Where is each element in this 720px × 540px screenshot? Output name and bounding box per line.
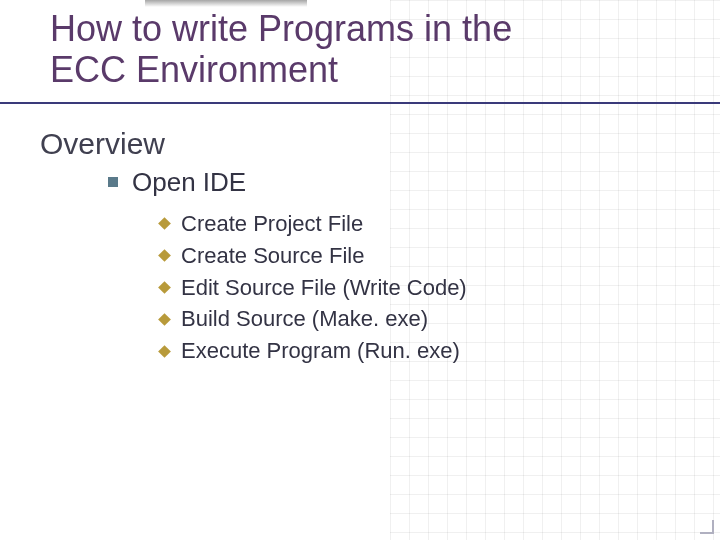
diamond-bullet-icon [158,281,171,294]
slide-content: How to write Programs in the ECC Environ… [0,0,720,367]
overview-heading: Overview [40,127,670,161]
list-item: Create Project File [160,208,670,240]
item-label: Edit Source File (Write Code) [181,272,467,304]
diamond-bullet-icon [158,345,171,358]
item-label: Create Source File [181,240,364,272]
square-bullet-icon [108,177,118,187]
slide-title: How to write Programs in the ECC Environ… [50,8,670,91]
title-line-1: How to write Programs in the [50,8,512,49]
item-label: Build Source (Make. exe) [181,303,428,335]
title-line-2: ECC Environment [50,49,338,90]
list-item: Create Source File [160,240,670,272]
diamond-bullet-icon [158,313,171,326]
diamond-bullet-icon [158,249,171,262]
diamond-bullet-icon [158,217,171,230]
list-item: Execute Program (Run. exe) [160,335,670,367]
list-item: Edit Source File (Write Code) [160,272,670,304]
list-item: Build Source (Make. exe) [160,303,670,335]
level1-label: Open IDE [132,167,246,198]
item-label: Create Project File [181,208,363,240]
items-list: Create Project File Create Source File E… [160,208,670,367]
level1-item: Open IDE [108,167,670,198]
item-label: Execute Program (Run. exe) [181,335,460,367]
resize-corner-icon [694,514,714,534]
